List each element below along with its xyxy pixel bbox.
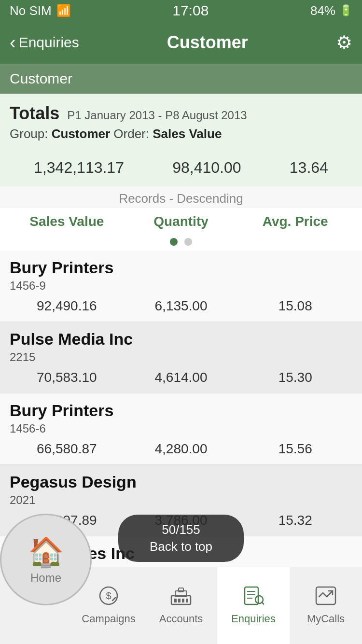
totals-label: Totals bbox=[10, 103, 59, 124]
customer-avg-price: 15.08 bbox=[238, 298, 352, 314]
home-circle-icon: 🏠 bbox=[28, 535, 64, 569]
customer-name: Bury Printers bbox=[10, 258, 113, 277]
col-header-avg-price: Avg. Price bbox=[238, 214, 352, 229]
customer-code: 2215 bbox=[0, 350, 362, 366]
customer-name: Pulse Media Inc bbox=[10, 330, 133, 348]
customer-sales-value: 70,583.10 bbox=[10, 370, 124, 385]
totals-area: Totals P1 January 2013 - P8 August 2013 … bbox=[0, 94, 362, 186]
order-value: Sales Value bbox=[153, 126, 222, 141]
nav-title: Customer bbox=[167, 32, 248, 53]
customer-name-row: Bury Printers bbox=[0, 251, 362, 279]
page-dots bbox=[0, 235, 362, 251]
home-circle[interactable]: 🏠 Home bbox=[0, 514, 92, 605]
customer-avg-price: 15.56 bbox=[238, 441, 352, 457]
customer-name-row: Pulse Media Inc bbox=[0, 322, 362, 350]
settings-icon[interactable]: ⚙ bbox=[336, 32, 352, 53]
col-header-sales-value: Sales Value bbox=[10, 214, 124, 229]
totals-quantity: 98,410.00 bbox=[172, 159, 241, 177]
scroll-count: 50/155 bbox=[138, 522, 224, 537]
mycalls-label: MyCalls bbox=[307, 613, 345, 625]
customer-name: Bury Printers bbox=[10, 401, 113, 420]
group-label: Group: bbox=[10, 126, 52, 141]
campaigns-icon: $ bbox=[99, 586, 118, 610]
tab-item-enquiries[interactable]: Enquiries bbox=[217, 567, 290, 644]
wifi-icon: 📶 bbox=[56, 4, 71, 17]
customer-quantity: 4,614.00 bbox=[124, 370, 238, 385]
customer-row[interactable]: Bury Printers 1456-9 92,490.16 6,135.00 … bbox=[0, 251, 362, 322]
column-headers: Sales Value Quantity Avg. Price bbox=[0, 208, 362, 235]
status-right: 84% 🔋 bbox=[310, 3, 352, 18]
back-to-top-button[interactable]: Back to top bbox=[138, 539, 224, 554]
order-label: Order: bbox=[113, 126, 153, 141]
customer-sales-value: 66,580.87 bbox=[10, 441, 124, 457]
customer-name-row: Bury Printers bbox=[0, 393, 362, 422]
status-time: 17:08 bbox=[172, 2, 209, 19]
customer-quantity: 4,280.00 bbox=[124, 441, 238, 457]
customer-code: 2021 bbox=[0, 493, 362, 509]
customer-sales-value: 92,490.16 bbox=[10, 298, 124, 314]
customer-name-row: Pegasus Design bbox=[0, 465, 362, 493]
svg-rect-8 bbox=[186, 599, 188, 602]
svg-text:$: $ bbox=[106, 590, 111, 601]
records-label: Records - Descending bbox=[0, 186, 362, 208]
customer-values-row: 92,490.16 6,135.00 15.08 bbox=[0, 294, 362, 322]
carrier-text: No SIM bbox=[10, 3, 52, 18]
accounts-icon bbox=[170, 586, 192, 610]
battery-text: 84% bbox=[310, 3, 335, 18]
dot-1 bbox=[170, 238, 178, 246]
scroll-indicator[interactable]: 50/155 Back to top bbox=[118, 515, 244, 562]
dot-2 bbox=[184, 238, 192, 246]
nav-bar: ‹ Enquiries Customer ⚙ bbox=[0, 21, 362, 64]
home-circle-label: Home bbox=[30, 571, 61, 585]
totals-date: P1 January 2013 - P8 August 2013 bbox=[67, 109, 247, 122]
section-header-text: Customer bbox=[10, 70, 72, 86]
back-chevron-icon: ‹ bbox=[10, 33, 16, 52]
tab-item-mycalls[interactable]: MyCalls bbox=[290, 567, 362, 644]
back-button[interactable]: ‹ Enquiries bbox=[10, 33, 79, 52]
customer-values-row: 70,583.10 4,614.00 15.30 bbox=[0, 366, 362, 393]
totals-avg-price: 13.64 bbox=[290, 159, 328, 177]
customer-avg-price: 15.32 bbox=[238, 513, 352, 528]
accounts-label: Accounts bbox=[159, 613, 203, 625]
totals-sales-value: 1,342,113.17 bbox=[34, 159, 124, 177]
tab-bar: 🏠 Home $ Campaigns Accounts bbox=[0, 567, 362, 644]
customer-name: Pegasus Design bbox=[10, 473, 137, 491]
customer-code: 1456-6 bbox=[0, 422, 362, 437]
enquiries-label: Enquiries bbox=[231, 613, 276, 625]
customer-code: 1456-9 bbox=[0, 279, 362, 294]
mycalls-icon bbox=[315, 586, 336, 610]
customer-values-row: 66,580.87 4,280.00 15.56 bbox=[0, 437, 362, 464]
svg-rect-5 bbox=[174, 599, 177, 602]
campaigns-label: Campaigns bbox=[82, 613, 135, 625]
status-left: No SIM 📶 bbox=[10, 3, 71, 18]
customer-row[interactable]: Bury Printers 1456-6 66,580.87 4,280.00 … bbox=[0, 393, 362, 465]
section-header: Customer bbox=[0, 64, 362, 94]
svg-line-14 bbox=[262, 602, 265, 605]
enquiries-icon bbox=[243, 586, 264, 610]
totals-values-row: 1,342,113.17 98,410.00 13.64 bbox=[10, 151, 352, 186]
customer-row[interactable]: Pulse Media Inc 2215 70,583.10 4,614.00 … bbox=[0, 322, 362, 393]
customer-avg-price: 15.30 bbox=[238, 370, 352, 385]
tab-item-accounts[interactable]: Accounts bbox=[145, 567, 217, 644]
battery-icon: 🔋 bbox=[339, 4, 352, 17]
group-value: Customer bbox=[52, 126, 110, 141]
totals-group-row: Group: Customer Order: Sales Value bbox=[10, 126, 352, 141]
totals-title-row: Totals P1 January 2013 - P8 August 2013 bbox=[10, 103, 352, 124]
col-header-quantity: Quantity bbox=[124, 214, 238, 229]
customer-quantity: 6,135.00 bbox=[124, 298, 238, 314]
svg-rect-7 bbox=[182, 599, 184, 602]
svg-rect-6 bbox=[178, 599, 181, 602]
status-bar: No SIM 📶 17:08 84% 🔋 bbox=[0, 0, 362, 21]
back-label: Enquiries bbox=[19, 34, 79, 51]
